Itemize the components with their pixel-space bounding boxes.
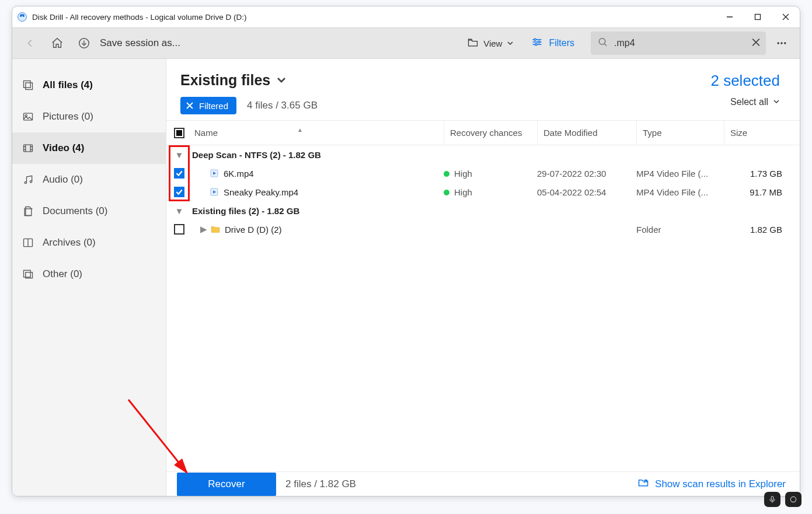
file-name: 6K.mp4 <box>224 169 254 179</box>
stack-icon <box>22 79 34 91</box>
clear-icon[interactable] <box>752 39 760 48</box>
sidebar-item-pictures[interactable]: Pictures (0) <box>12 101 166 132</box>
filtered-label: Filtered <box>199 101 228 111</box>
chevron-down-icon <box>773 97 780 107</box>
collapse-icon[interactable]: ▼ <box>173 150 185 160</box>
svg-point-15 <box>599 39 605 45</box>
video-icon <box>22 142 34 154</box>
tray-mic-icon[interactable] <box>764 492 780 507</box>
tray-assist-icon[interactable] <box>785 492 801 507</box>
back-button[interactable] <box>17 30 44 57</box>
file-name: Sneaky Peaky.mp4 <box>224 187 298 197</box>
sidebar-item-label: Other (0) <box>43 268 82 280</box>
svg-point-33 <box>25 181 26 183</box>
svg-rect-44 <box>771 496 773 501</box>
content: Existing files Filtered 4 files / 3.65 G… <box>166 59 800 496</box>
column-name[interactable]: Name ▲ <box>192 128 444 138</box>
svg-point-13 <box>538 41 540 43</box>
sort-caret-icon: ▲ <box>297 127 303 133</box>
view-menu[interactable]: View <box>460 32 521 55</box>
column-size[interactable]: Size <box>724 121 800 145</box>
column-date[interactable]: Date Modified <box>537 121 636 145</box>
footer-summary: 2 files / 1.82 GB <box>285 478 356 490</box>
sidebar-item-video[interactable]: Video (4) <box>12 132 166 164</box>
select-all-label: Select all <box>730 97 768 107</box>
home-button[interactable] <box>44 30 71 57</box>
footer: Recover 2 files / 1.82 GB Show scan resu… <box>166 471 800 496</box>
sidebar-item-label: Audio (0) <box>43 174 83 186</box>
window-controls <box>716 6 800 27</box>
open-external-icon <box>637 477 649 491</box>
group-row[interactable]: ▼ Existing files (2) - 1.82 GB <box>166 201 800 220</box>
table-row[interactable]: ▶ Drive D (D) (2) Folder 1.82 GB <box>166 220 800 239</box>
window-title: Disk Drill - All recovery methods - Logi… <box>32 13 247 22</box>
svg-rect-5 <box>755 15 761 20</box>
table-header: Name ▲ Recovery chances Date Modified Ty… <box>166 121 800 145</box>
sidebar-item-label: Video (4) <box>43 142 84 154</box>
image-icon <box>22 111 34 123</box>
file-table: Name ▲ Recovery chances Date Modified Ty… <box>166 120 800 471</box>
filtered-chip[interactable]: Filtered <box>180 97 236 114</box>
search-wrap <box>591 32 766 55</box>
app-window: Disk Drill - All recovery methods - Logi… <box>12 6 800 496</box>
sliders-icon <box>531 36 543 50</box>
sidebar-item-label: Pictures (0) <box>43 111 93 123</box>
svg-point-0 <box>18 13 27 22</box>
selected-count: 2 selected <box>710 72 780 90</box>
download-button[interactable] <box>71 30 97 57</box>
more-menu[interactable] <box>768 30 795 57</box>
column-recovery[interactable]: Recovery chances <box>444 121 537 145</box>
select-all-checkbox[interactable] <box>174 128 184 138</box>
page-title: Existing files <box>180 72 270 89</box>
svg-point-34 <box>30 181 32 183</box>
sidebar-item-other[interactable]: Other (0) <box>12 258 166 290</box>
search-icon <box>598 37 608 50</box>
titlebar: Disk Drill - All recovery methods - Logi… <box>12 6 800 27</box>
sidebar-item-audio[interactable]: Audio (0) <box>12 164 166 195</box>
svg-point-19 <box>778 42 779 44</box>
save-session-label[interactable]: Save session as... <box>100 37 180 49</box>
recover-button[interactable]: Recover <box>177 473 276 496</box>
sidebar-item-all-files[interactable]: All files (4) <box>12 69 166 101</box>
document-icon <box>22 205 34 217</box>
toolbar: Save session as... View Filters <box>12 27 800 59</box>
minimize-button[interactable] <box>716 6 744 27</box>
folder-icon <box>467 37 479 50</box>
close-button[interactable] <box>772 6 800 27</box>
other-icon <box>22 268 34 280</box>
archive-icon <box>22 237 34 249</box>
maximize-button[interactable] <box>744 6 772 27</box>
expand-icon[interactable]: ▶ <box>198 224 210 235</box>
group-title: Deep Scan - NTFS (2) - 1.82 GB <box>192 150 321 160</box>
table-row[interactable]: 6K.mp4 High 29-07-2022 02:30 MP4 Video F… <box>166 164 800 183</box>
filters-label: Filters <box>549 38 574 48</box>
show-in-explorer-link[interactable]: Show scan results in Explorer <box>637 477 786 491</box>
select-all-menu[interactable]: Select all <box>710 97 780 107</box>
sidebar-item-label: Documents (0) <box>43 205 107 217</box>
svg-point-46 <box>790 496 796 502</box>
svg-point-21 <box>784 42 786 44</box>
row-checkbox[interactable] <box>174 168 184 179</box>
folder-icon <box>210 224 221 235</box>
filters-button[interactable]: Filters <box>523 32 583 55</box>
row-checkbox[interactable] <box>174 187 184 197</box>
svg-point-12 <box>534 39 536 40</box>
chevron-down-icon <box>507 39 514 48</box>
row-checkbox[interactable] <box>174 224 184 235</box>
page-heading[interactable]: Existing files <box>180 72 318 89</box>
content-header: Existing files Filtered 4 files / 3.65 G… <box>166 59 800 120</box>
collapse-icon[interactable]: ▼ <box>173 206 185 216</box>
svg-line-16 <box>604 44 607 46</box>
file-summary: 4 files / 3.65 GB <box>247 100 318 111</box>
svg-rect-37 <box>24 270 31 277</box>
table-row[interactable]: Sneaky Peaky.mp4 High 05-04-2022 02:54 M… <box>166 183 800 201</box>
sidebar-item-archives[interactable]: Archives (0) <box>12 227 166 258</box>
chevron-down-icon <box>276 72 287 89</box>
explorer-link-label: Show scan results in Explorer <box>655 478 786 490</box>
column-type[interactable]: Type <box>636 121 724 145</box>
svg-rect-22 <box>24 81 31 88</box>
sidebar-item-documents[interactable]: Documents (0) <box>12 195 166 227</box>
group-row[interactable]: ▼ Deep Scan - NTFS (2) - 1.82 GB <box>166 145 800 164</box>
search-input[interactable] <box>591 32 766 55</box>
system-tray <box>764 492 801 507</box>
